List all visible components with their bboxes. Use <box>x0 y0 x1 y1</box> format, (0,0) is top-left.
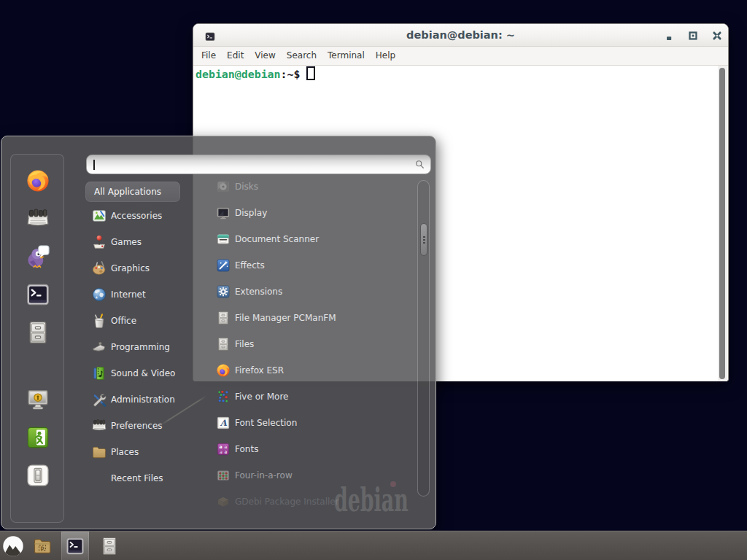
app-firefox-esr[interactable]: Firefox ESR <box>212 357 417 384</box>
four-in-a-row-icon <box>216 468 231 483</box>
display-icon <box>216 206 231 220</box>
taskbar-window-terminal-app[interactable] <box>61 532 89 560</box>
administration-icon <box>91 392 107 408</box>
app-label: Effects <box>235 252 265 279</box>
app-label: Fonts <box>235 436 258 462</box>
effects-icon <box>216 258 231 273</box>
scrollbar-grip <box>423 236 425 238</box>
app-label: GDebi Package Installer <box>235 489 339 515</box>
favorite-firefox[interactable] <box>26 168 50 193</box>
terminal-title: debian@debian: ~ <box>193 24 728 47</box>
category-sound-video[interactable]: Sound & Video <box>91 360 208 386</box>
category-label: Games <box>111 229 142 255</box>
applications-scrollbar-thumb[interactable] <box>420 223 427 256</box>
file-cabinet-icon <box>216 337 231 351</box>
prompt-user-host: debian@debian <box>196 68 281 81</box>
app-label: Display <box>235 200 267 226</box>
internet-icon <box>91 287 107 303</box>
app-label: Font Selection <box>235 410 297 436</box>
category-label: All Applications <box>94 182 161 202</box>
category-all-applications[interactable]: All Applications <box>85 182 180 202</box>
terminal-cursor <box>306 66 315 80</box>
category-programming[interactable]: Programming <box>91 334 208 360</box>
favorite-pidgin[interactable] <box>26 244 50 269</box>
lock-screen-button[interactable] <box>26 387 50 412</box>
taskbar-window-file-cabinet[interactable] <box>95 532 124 560</box>
category-accessories[interactable]: Accessories <box>91 203 208 229</box>
app-file-manager-pcmanfm[interactable]: File Manager PCManFM <box>212 305 417 331</box>
no-icon <box>91 470 107 486</box>
search-input[interactable] <box>93 157 406 172</box>
app-extensions[interactable]: Extensions <box>212 279 417 305</box>
category-graphics[interactable]: Graphics <box>91 255 208 281</box>
taskbar-window-folder-pcmanfm[interactable]: D <box>28 532 57 560</box>
terminal-menu-terminal[interactable]: Terminal <box>322 47 371 65</box>
terminal-scrollbar[interactable] <box>718 66 727 381</box>
category-recent-files[interactable]: Recent Files <box>91 465 208 491</box>
terminal-titlebar[interactable]: debian@debian: ~ <box>193 24 728 47</box>
places-icon <box>91 444 107 460</box>
app-five-or-more[interactable]: Five or More <box>212 384 417 410</box>
close-button[interactable] <box>711 30 723 42</box>
favorite-terminal-app[interactable] <box>26 282 50 307</box>
app-label: Extensions <box>235 279 282 305</box>
category-internet[interactable]: Internet <box>91 281 208 308</box>
terminal-menu-help[interactable]: Help <box>370 47 400 65</box>
font-selection-icon: A <box>216 416 231 430</box>
maximize-button[interactable] <box>687 30 699 42</box>
applications-scrollbar[interactable] <box>417 180 430 497</box>
logout-button[interactable] <box>26 425 50 450</box>
category-office[interactable]: Office <box>91 308 208 334</box>
file-cabinet-icon <box>216 311 231 325</box>
category-label: Accessories <box>111 203 162 229</box>
favorite-settings-mixer[interactable] <box>26 206 50 231</box>
category-label: Preferences <box>111 413 163 439</box>
svg-text:a: a <box>224 449 227 454</box>
category-label: Places <box>111 439 139 465</box>
category-label: Sound & Video <box>111 360 175 386</box>
search-box <box>86 155 431 174</box>
minimize-button[interactable] <box>663 30 675 42</box>
firefox-icon <box>216 363 231 378</box>
terminal-prompt-line: debian@debian:~$ <box>196 66 719 82</box>
terminal-menu-edit[interactable]: Edit <box>222 47 249 65</box>
favorite-file-cabinet[interactable] <box>26 320 50 345</box>
category-games[interactable]: Games <box>91 229 208 255</box>
taskbar-menu-button[interactable] <box>2 535 24 557</box>
terminal-menu-view[interactable]: View <box>249 47 281 65</box>
terminal-menu-file[interactable]: File <box>196 47 222 65</box>
app-four-in-a-row[interactable]: Four-in-a-row <box>212 462 417 489</box>
app-document-scanner[interactable]: Document Scanner <box>212 226 417 252</box>
category-administration[interactable]: Administration <box>91 386 208 413</box>
terminal-menubar: FileEditViewSearchTerminalHelp <box>193 47 728 66</box>
disks-icon <box>216 179 231 194</box>
app-files[interactable]: Files <box>212 331 417 357</box>
office-icon <box>91 313 107 329</box>
terminal-menu-search[interactable]: Search <box>281 47 322 65</box>
app-disks[interactable]: Disks <box>212 174 417 200</box>
category-places[interactable]: Places <box>91 439 208 465</box>
app-fonts[interactable]: a a a aFonts <box>212 436 417 462</box>
category-label: Graphics <box>111 255 150 281</box>
category-preferences[interactable]: Preferences <box>91 413 208 439</box>
app-gdebi-package-installer[interactable]: GDebi Package Installer <box>212 489 417 515</box>
app-font-selection[interactable]: AFont Selection <box>212 410 417 436</box>
category-label: Recent Files <box>111 465 163 491</box>
prompt-suffix: :~$ <box>281 68 301 81</box>
svg-text:a: a <box>220 449 222 454</box>
app-label: Document Scanner <box>235 226 319 252</box>
terminal-scrollbar-thumb[interactable] <box>719 68 725 379</box>
category-label: Programming <box>111 334 170 360</box>
app-display[interactable]: Display <box>212 200 417 226</box>
preferences-icon <box>91 418 107 434</box>
shutdown-button[interactable] <box>26 463 50 488</box>
app-label: Five or More <box>235 384 289 410</box>
document-scanner-icon <box>216 232 231 246</box>
application-menu: All Applications Accessories Games Graph… <box>1 136 436 529</box>
sound-video-icon <box>91 365 107 381</box>
app-label: Files <box>235 331 254 357</box>
app-effects[interactable]: Effects <box>212 252 417 279</box>
favorites-box <box>10 154 64 523</box>
search-caret <box>93 160 95 170</box>
graphics-icon <box>91 260 107 276</box>
